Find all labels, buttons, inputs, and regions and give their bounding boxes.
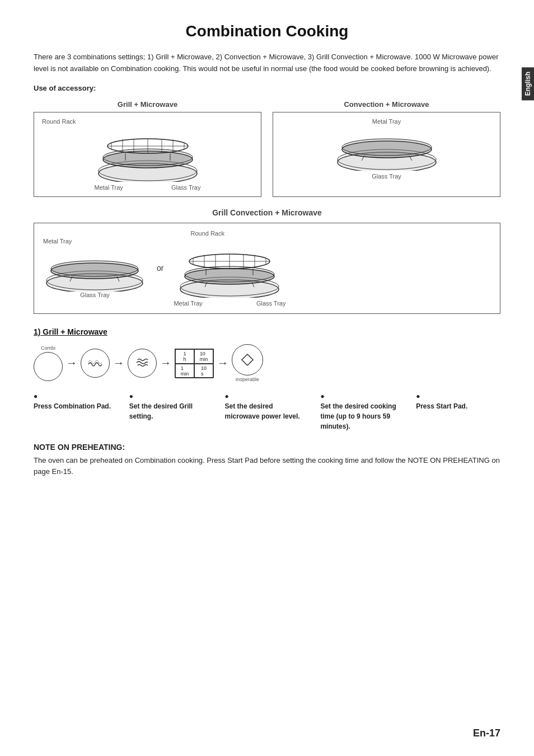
glass-tray-label-gc-right: Glass Tray: [256, 300, 286, 307]
step-5-bullet: ●: [416, 392, 420, 400]
arrow-3: →: [160, 356, 171, 369]
intro-paragraph: There are 3 combinations settings; 1) Gr…: [34, 51, 500, 75]
step-1-bullet: ●: [34, 392, 38, 400]
step-4-bullet: ●: [320, 392, 324, 400]
grill-microwave-box: Round Rack: [34, 112, 261, 197]
step-2: ● Set the desired Grill setting.: [129, 391, 214, 421]
metal-tray-label-gc-right: Metal Tray: [174, 300, 202, 307]
grill-conv-right: Round Rack: [174, 230, 285, 307]
convection-microwave-diagram: [334, 126, 440, 171]
step-2-text: Set the desired Grill setting.: [129, 401, 214, 421]
grill-convection-title: Grill Convection + Microwave: [34, 208, 500, 217]
svg-point-24: [51, 261, 138, 276]
note-title: NOTE ON PREHEATING:: [34, 443, 500, 452]
step-2-bullet: ●: [129, 392, 133, 400]
language-tab: English: [522, 67, 534, 100]
grill-convection-box: Metal Tray Glass Tray or Round Rack: [34, 223, 500, 314]
svg-marker-44: [242, 354, 253, 365]
grill-button[interactable]: [81, 349, 110, 378]
step-4-text: Set the desired cooking time (up to 9 ho…: [320, 401, 405, 431]
top-diagrams-row: Grill + Microwave Round Rack: [34, 100, 500, 197]
glass-tray-label-gm: Glass Tray: [171, 184, 201, 191]
combi-button[interactable]: [34, 352, 63, 381]
grill-conv-left: Metal Tray Glass Tray: [43, 238, 147, 298]
glass-tray-label-cm: Glass Tray: [372, 173, 401, 180]
time-cell-s: 10s: [194, 364, 213, 378]
steps-instructions: ● Press Combination Pad. ● Set the desir…: [34, 391, 500, 431]
combi-label: Combi: [41, 345, 55, 351]
or-text: or: [152, 264, 168, 273]
metal-tray-label-gc-left: Metal Tray: [43, 238, 72, 245]
step-5-text: Press Start Pad.: [416, 401, 500, 411]
round-rack-label-gm: Round Rack: [42, 118, 76, 125]
convection-microwave-box: Metal Tray Glass Tray: [273, 112, 500, 197]
grill-microwave-title: Grill + Microwave: [118, 100, 177, 109]
start-button[interactable]: [232, 344, 263, 375]
grill-convection-left-diagram: [43, 247, 147, 292]
metal-tray-label-gm: Metal Tray: [95, 184, 123, 191]
convection-microwave-title: Convection + Microwave: [344, 100, 429, 109]
steps-title: 1) Grill + Microwave: [34, 327, 500, 336]
grill-microwave-diagram: [95, 126, 201, 182]
grill-convection-section: Grill Convection + Microwave Metal Tray …: [34, 208, 500, 314]
time-display[interactable]: 1h 10min 1min 10s: [175, 349, 214, 378]
step-1: ● Press Combination Pad.: [34, 391, 118, 411]
page-title: Combination Cooking: [34, 22, 500, 40]
round-rack-label-gc: Round Rack: [190, 230, 224, 237]
step-1-text: Press Combination Pad.: [34, 401, 118, 411]
arrow-2: →: [113, 356, 124, 369]
note-section: NOTE ON PREHEATING: The oven can be preh…: [34, 443, 500, 478]
arrow-1: →: [66, 356, 77, 369]
use-accessory-label: Use of accessory:: [34, 84, 500, 92]
step-3-text: Set the desired microwave power level.: [225, 401, 310, 421]
steps-flow: Combi → → →: [34, 344, 500, 382]
svg-point-18: [342, 139, 432, 156]
glass-tray-label-gc-left: Glass Tray: [80, 292, 110, 298]
grill-convection-right-diagram: [174, 239, 285, 298]
inoperable-label: inoperable: [236, 377, 259, 382]
page-number: En-17: [473, 727, 500, 739]
time-cell-min10: 10min: [194, 349, 213, 364]
step-3: ● Set the desired microwave power level.: [225, 391, 310, 421]
arrow-4: →: [217, 356, 228, 369]
microwave-button[interactable]: [128, 349, 157, 378]
step-5: ● Press Start Pad.: [416, 391, 500, 411]
step-4: ● Set the desired cooking time (up to 9 …: [320, 391, 405, 431]
steps-section: 1) Grill + Microwave Combi → →: [34, 327, 500, 431]
step-3-bullet: ●: [225, 392, 229, 400]
time-cell-h: 1h: [175, 349, 194, 364]
note-text: The oven can be preheated on Combination…: [34, 455, 500, 478]
start-group: inoperable: [232, 344, 263, 382]
metal-tray-label-cm: Metal Tray: [372, 118, 401, 125]
time-cell-min1: 1min: [175, 364, 194, 378]
